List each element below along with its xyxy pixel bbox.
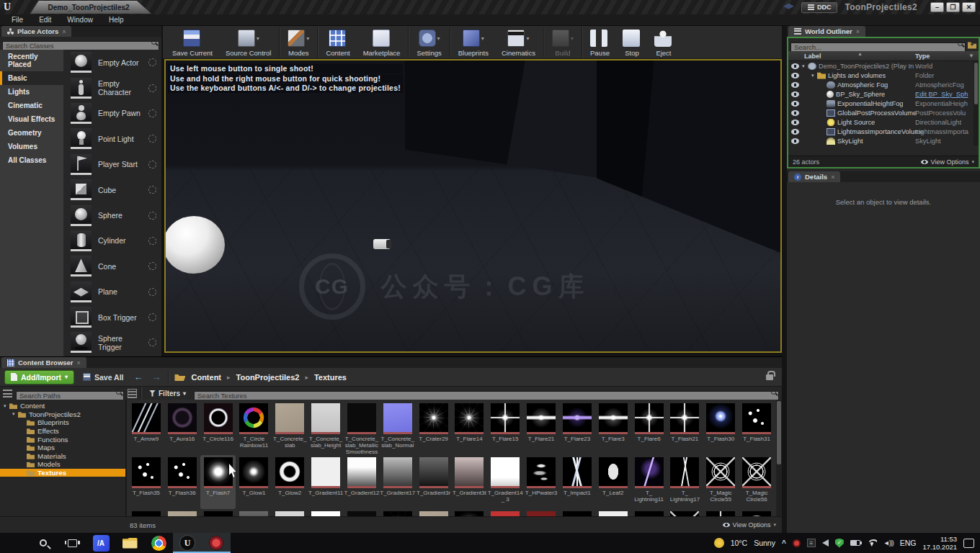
asset-tile[interactable]: T_Gradient11 (308, 455, 344, 509)
toolbar-button[interactable]: ▾ Cinematics (495, 27, 542, 58)
drag-grip-icon[interactable] (148, 338, 156, 346)
tray-app-icon-2[interactable] (822, 539, 829, 547)
asset-tile[interactable]: T_Aura16 (164, 401, 200, 455)
chevron-down-icon[interactable]: ▾ (306, 35, 309, 42)
asset-tile[interactable]: T_Flare21 (523, 401, 559, 455)
folder-tree-item[interactable]: Textures (0, 469, 125, 477)
drag-grip-icon[interactable] (148, 135, 156, 143)
folder-tree-item[interactable]: Effects (0, 427, 125, 436)
asset-tile[interactable]: T_Gradient17 (380, 455, 416, 509)
asset-tile[interactable]: T_Flash31 (739, 401, 775, 455)
asset-tile[interactable]: T_Arrow9 (128, 401, 164, 455)
taskbar-app-button[interactable] (144, 533, 173, 553)
level-tab[interactable]: Demo_ToonProjectiles2 (30, 1, 151, 14)
chevron-down-icon[interactable]: ▾ (571, 35, 574, 42)
column-label[interactable]: Label (804, 53, 821, 60)
visibility-eye-icon[interactable] (791, 91, 799, 97)
forward-arrow-button[interactable]: → (150, 372, 162, 382)
save-all-button[interactable]: Save All (80, 370, 126, 385)
actor-category-item[interactable]: Lights (0, 85, 63, 99)
asset-tile-partial[interactable] (236, 509, 272, 516)
visibility-eye-icon[interactable] (791, 120, 799, 125)
placeable-actor-item[interactable]: Empty Character (63, 75, 161, 100)
close-tab-icon[interactable]: × (856, 28, 860, 35)
asset-tile[interactable]: T_Gradient3t (451, 455, 487, 509)
battery-icon[interactable] (850, 540, 860, 546)
asset-tile[interactable]: T_Crater29 (416, 401, 452, 455)
toolbar-button[interactable]: ▾ Build (543, 27, 580, 58)
asset-tile-partial[interactable] (523, 509, 559, 516)
outliner-row[interactable]: BP_Sky_Sphere Edit BP_Sky_Sph (788, 89, 979, 99)
placeable-actor-item[interactable]: Cube (63, 177, 161, 202)
visibility-eye-icon[interactable] (791, 63, 799, 69)
asset-tile-partial[interactable] (272, 509, 308, 516)
chevron-down-icon[interactable]: ▾ (437, 35, 440, 42)
folder-tree-item[interactable]: Blueprints (0, 418, 125, 427)
tab-world-outliner[interactable]: World Outliner × (788, 26, 865, 37)
asset-tile[interactable]: T_Flare6 (631, 401, 667, 455)
taskbar-app-button[interactable] (0, 533, 29, 553)
toolbar-button[interactable]: ▾ Source Control (219, 27, 277, 58)
outliner-row[interactable]: Light Source DirectionalLight (788, 117, 979, 127)
asset-tile[interactable]: T_Flare3 (595, 401, 631, 455)
drag-grip-icon[interactable] (148, 237, 156, 245)
sources-toggle-icon[interactable] (3, 390, 12, 397)
asset-tile[interactable]: T_Impact1 (559, 455, 595, 509)
asset-tile-partial[interactable] (703, 509, 739, 516)
asset-tile-partial[interactable] (739, 509, 775, 516)
folder-tree-item[interactable]: Maps (0, 444, 125, 452)
filter-funnel-icon[interactable]: ▼ (968, 53, 974, 59)
asset-tile[interactable]: T_Gradient12 (344, 455, 380, 509)
actor-category-item[interactable]: Visual Effects (0, 112, 63, 126)
expander-arrow-icon[interactable]: ▾ (802, 63, 808, 69)
create-folder-icon[interactable]: + (968, 41, 976, 49)
taskbar-app-button[interactable]: U (173, 533, 202, 553)
asset-tile-partial[interactable] (200, 509, 236, 516)
placeable-actor-item[interactable]: Player Start (63, 152, 161, 177)
asset-tile[interactable]: T_Concrete_ slab_Metallic Smoothness (344, 401, 380, 455)
outliner-row[interactable]: ▾ Demo_ToonProjectiles2 (Play In Edit Wo… (788, 61, 979, 71)
taskbar-app-button[interactable]: /A (86, 533, 115, 553)
placeable-actor-item[interactable]: Plane (63, 279, 161, 305)
taskbar-app-button[interactable] (58, 533, 86, 553)
tutorial-cap-icon[interactable] (783, 4, 794, 12)
asset-tile-partial[interactable] (595, 509, 631, 516)
lock-icon[interactable] (766, 374, 773, 380)
asset-tile-partial[interactable] (164, 509, 200, 516)
asset-tile[interactable]: T_HPwater3 (523, 455, 559, 509)
tray-app-icon[interactable]: ≡ (807, 539, 816, 547)
menu-item[interactable]: Help (102, 16, 131, 24)
asset-tile-partial[interactable] (416, 509, 452, 516)
maximize-button[interactable]: ❐ (946, 2, 960, 12)
placeable-actor-item[interactable]: Box Trigger (63, 305, 161, 330)
actor-category-item[interactable]: All Classes (0, 153, 63, 167)
actor-category-item[interactable]: Recently Placed (0, 50, 63, 71)
outliner-view-options[interactable]: View Options ▾ (921, 158, 974, 166)
tab-place-actors[interactable]: Place Actors × (1, 26, 71, 37)
chevron-down-icon[interactable]: ▾ (257, 35, 259, 42)
drag-grip-icon[interactable] (148, 109, 156, 117)
outliner-row[interactable]: ExponentialHeightFog ExponentialHeigh (788, 99, 979, 108)
weather-sun-icon[interactable] (714, 538, 724, 548)
placeable-actor-item[interactable]: Sphere (63, 202, 161, 228)
security-shield-icon[interactable]: ✓ (835, 539, 844, 548)
drag-grip-icon[interactable] (148, 313, 156, 321)
asset-tile-partial[interactable] (667, 509, 703, 516)
toolbar-button[interactable]: Pause (582, 27, 616, 58)
expander-arrow-icon[interactable]: ▾ (4, 403, 9, 409)
folder-tree-item[interactable]: Models (0, 460, 125, 469)
assets-view-options[interactable]: View Options ▾ (723, 521, 776, 529)
asset-tile[interactable]: T_Glow1 (236, 455, 272, 509)
asset-tile[interactable]: T_Leaf2 (595, 455, 631, 509)
asset-tile-partial[interactable] (128, 509, 164, 516)
toolbar-button[interactable]: ▾ Settings (408, 27, 447, 58)
tab-details[interactable]: i Details × (788, 171, 840, 182)
breadcrumb-item[interactable]: Textures (314, 373, 347, 382)
volume-icon[interactable]: ◄))) (883, 539, 894, 547)
asset-tile[interactable]: T_Flash36 (164, 455, 200, 509)
asset-tile[interactable]: T_ Lightning11 (631, 455, 667, 509)
actor-category-item[interactable]: Geometry (0, 126, 63, 140)
tray-expand-chevron[interactable]: ^ (782, 539, 786, 547)
asset-tile-partial[interactable] (344, 509, 380, 516)
visibility-eye-icon[interactable] (791, 110, 799, 116)
